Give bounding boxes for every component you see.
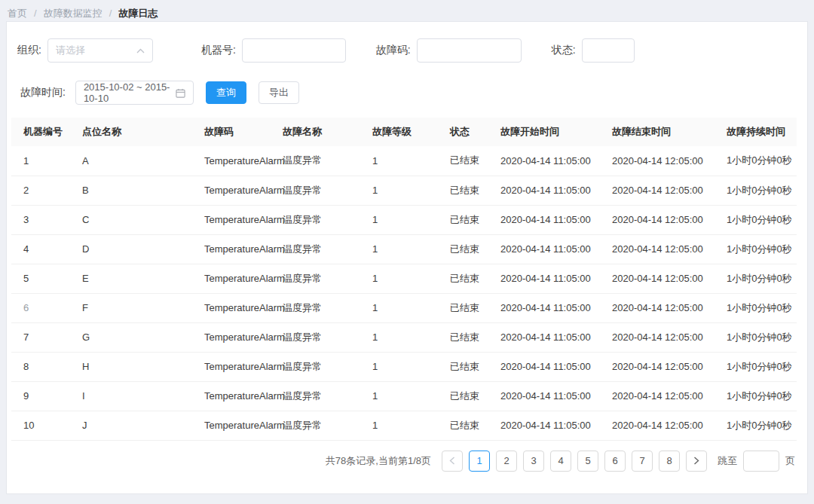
table-cell: 1小时0分钟0秒 [721, 352, 797, 381]
table-cell: B [76, 176, 198, 205]
table-cell: 2020-04-14 11:05:00 [494, 352, 606, 381]
table-cell: 2020-04-14 11:05:00 [494, 176, 606, 205]
table-cell: 温度异常 [277, 146, 366, 176]
table-cell: 2020-04-14 11:05:00 [494, 205, 606, 234]
table-cell: 已结束 [444, 381, 494, 411]
jump-to-label: 跳至 [718, 454, 737, 468]
table-cell: 1小时0分钟0秒 [721, 293, 797, 322]
chevron-up-icon [136, 48, 145, 53]
table-cell: 10 [11, 411, 76, 440]
page-button-8[interactable]: 8 [659, 451, 680, 472]
table-cell: TemperatureAlarm [198, 411, 277, 440]
table-cell: TemperatureAlarm [198, 234, 277, 264]
table-cell: TemperatureAlarm [198, 322, 277, 352]
table-cell: 已结束 [444, 234, 494, 264]
table-cell: 6 [11, 293, 76, 322]
breadcrumb-separator: / [34, 8, 37, 19]
breadcrumb-separator: / [109, 8, 112, 19]
table-cell: 已结束 [444, 205, 494, 234]
table-cell: TemperatureAlarm [198, 293, 277, 322]
table-cell: 温度异常 [277, 322, 366, 352]
column-header: 故障名称 [277, 118, 366, 146]
next-page-button[interactable] [686, 451, 707, 472]
table-cell: 2020-04-14 12:05:00 [606, 352, 721, 381]
breadcrumb-fault-log: 故障日志 [118, 7, 158, 20]
table-row: 7GTemperatureAlarm温度异常1已结束2020-04-14 11:… [11, 322, 797, 352]
table-cell: 温度异常 [277, 381, 366, 411]
page-button-1[interactable]: 1 [469, 451, 490, 472]
table-cell: 1 [11, 146, 76, 176]
column-header: 故障码 [198, 118, 277, 146]
breadcrumb-home[interactable]: 首页 [8, 7, 27, 20]
table-row: 1ATemperatureAlarm温度异常1已结束2020-04-14 11:… [11, 146, 797, 176]
table-cell: J [76, 411, 198, 440]
table-cell: 2020-04-14 11:05:00 [494, 146, 606, 176]
jump-page-input[interactable] [743, 451, 779, 472]
table-header: 机器编号点位名称故障码故障名称故障等级状态故障开始时间故障结束时间故障持续时间 [11, 118, 797, 146]
table-cell: 2020-04-14 12:05:00 [606, 176, 721, 205]
table-cell: 1 [366, 381, 444, 411]
table-cell: 2020-04-14 11:05:00 [494, 234, 606, 264]
page-button-4[interactable]: 4 [550, 451, 571, 472]
table-cell: 1小时0分钟0秒 [721, 411, 797, 440]
table-cell: 已结束 [444, 264, 494, 293]
export-button[interactable]: 导出 [259, 81, 299, 104]
table-cell: 2020-04-14 12:05:00 [606, 322, 721, 352]
table-cell: 1 [366, 322, 444, 352]
fault-log-table: 机器编号点位名称故障码故障名称故障等级状态故障开始时间故障结束时间故障持续时间 … [11, 118, 797, 441]
table-cell: C [76, 205, 198, 234]
table-cell: 1小时0分钟0秒 [721, 176, 797, 205]
machine-no-label: 机器号: [201, 44, 236, 57]
table-cell: 温度异常 [277, 205, 366, 234]
table-cell: 8 [11, 352, 76, 381]
jump-page-suffix: 页 [785, 454, 795, 468]
calendar-icon [176, 88, 185, 98]
table-row: 6FTemperatureAlarm温度异常1已结束2020-04-14 11:… [11, 293, 797, 322]
table-cell: TemperatureAlarm [198, 381, 277, 411]
table-row: 3CTemperatureAlarm温度异常1已结束2020-04-14 11:… [11, 205, 797, 234]
table-cell: 温度异常 [277, 176, 366, 205]
table-cell: 1 [366, 234, 444, 264]
page-button-7[interactable]: 7 [632, 451, 653, 472]
status-input[interactable] [582, 38, 635, 63]
table-row: 10JTemperatureAlarm温度异常1已结束2020-04-14 11… [11, 411, 797, 440]
page-button-3[interactable]: 3 [523, 451, 544, 472]
org-select-placeholder: 请选择 [56, 44, 85, 57]
page-button-6[interactable]: 6 [604, 451, 626, 472]
fault-time-range-value: 2015-10-02 ~ 2015-10-10 [84, 81, 171, 104]
table-cell: 1 [366, 205, 444, 234]
status-label: 状态: [552, 44, 576, 57]
table-cell: 已结束 [444, 176, 494, 205]
table-cell: I [76, 381, 198, 411]
table-cell: 3 [11, 205, 76, 234]
table-cell: 4 [11, 234, 76, 264]
page-button-2[interactable]: 2 [496, 451, 517, 472]
breadcrumb-fault-data-monitor[interactable]: 故障数据监控 [44, 7, 103, 20]
table-cell: 2020-04-14 12:05:00 [606, 293, 721, 322]
fault-time-range-input[interactable]: 2015-10-02 ~ 2015-10-10 [75, 81, 194, 105]
table-cell: 已结束 [444, 411, 494, 440]
table-cell: 1小时0分钟0秒 [721, 381, 797, 411]
page-button-5[interactable]: 5 [577, 451, 598, 472]
fault-time-label: 故障时间: [20, 86, 66, 99]
table-cell: 7 [11, 322, 76, 352]
table-cell: 2020-04-14 11:05:00 [494, 381, 606, 411]
table-cell: A [76, 146, 198, 176]
table-cell: TemperatureAlarm [198, 205, 277, 234]
filter-row-2: 故障时间: 2015-10-02 ~ 2015-10-10 查询 导出 [20, 81, 807, 105]
table-cell: 温度异常 [277, 352, 366, 381]
prev-page-button[interactable] [442, 451, 463, 472]
table-cell: 1 [366, 293, 444, 322]
table-cell: 已结束 [444, 146, 494, 176]
table-cell: 2020-04-14 12:05:00 [606, 381, 721, 411]
query-button[interactable]: 查询 [206, 81, 246, 104]
table-cell: 温度异常 [277, 411, 366, 440]
table-cell: 1小时0分钟0秒 [721, 234, 797, 264]
fault-code-label: 故障码: [376, 44, 411, 57]
org-select[interactable]: 请选择 [47, 38, 153, 63]
table-cell: 2020-04-14 12:05:00 [606, 411, 721, 440]
table-cell: 1小时0分钟0秒 [721, 264, 797, 293]
table-cell: 1 [366, 352, 444, 381]
machine-no-input[interactable] [242, 38, 346, 63]
fault-code-input[interactable] [417, 38, 522, 63]
